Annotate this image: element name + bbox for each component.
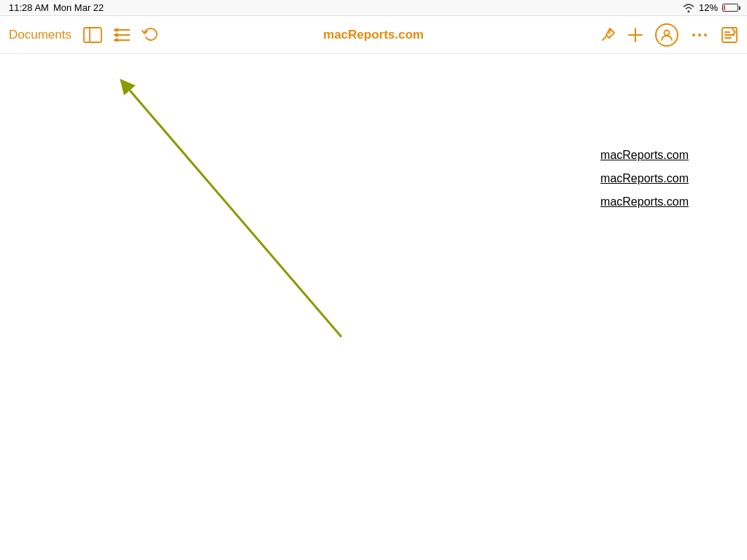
account-button[interactable]	[655, 23, 678, 47]
svg-point-14	[698, 34, 701, 36]
svg-point-5	[115, 28, 118, 32]
share-button[interactable]	[721, 27, 738, 43]
svg-point-12	[665, 30, 670, 35]
status-left: 11:28 AM Mon Mar 22	[9, 2, 104, 13]
pin-button[interactable]	[600, 27, 616, 43]
battery-percent: 12%	[699, 2, 718, 13]
toolbar-right	[600, 23, 738, 47]
list-item[interactable]: macReports.com	[600, 149, 689, 162]
time-display: 11:28 AM	[9, 2, 49, 13]
battery-indicator	[722, 4, 738, 12]
svg-point-6	[115, 33, 118, 36]
documents-button[interactable]: Documents	[9, 28, 71, 42]
svg-rect-0	[84, 28, 101, 42]
toolbar-left: Documents	[9, 27, 158, 43]
wifi-icon	[683, 4, 694, 12]
svg-line-8	[603, 36, 606, 40]
more-options-button[interactable]	[690, 27, 709, 43]
site-title: macReports.com	[323, 28, 424, 42]
status-right: 12%	[683, 2, 738, 13]
day-date-display: Mon Mar 22	[53, 2, 104, 13]
undo-button[interactable]	[142, 27, 158, 43]
list-view-button[interactable]	[114, 28, 130, 42]
svg-point-15	[704, 34, 707, 36]
svg-point-7	[115, 38, 118, 42]
svg-line-21	[130, 90, 341, 337]
links-container: macReports.com macReports.com macReports…	[600, 149, 689, 209]
list-item[interactable]: macReports.com	[600, 195, 689, 209]
status-bar: 11:28 AM Mon Mar 22 12%	[0, 0, 747, 16]
add-button[interactable]	[627, 27, 643, 43]
toolbar: Documents	[0, 16, 747, 54]
arrow-annotation	[0, 54, 747, 560]
main-content: macReports.com macReports.com macReports…	[0, 54, 747, 560]
sidebar-toggle-button[interactable]	[83, 27, 102, 43]
toolbar-center: macReports.com	[323, 28, 424, 42]
list-item[interactable]: macReports.com	[600, 172, 689, 185]
svg-point-13	[692, 34, 695, 36]
